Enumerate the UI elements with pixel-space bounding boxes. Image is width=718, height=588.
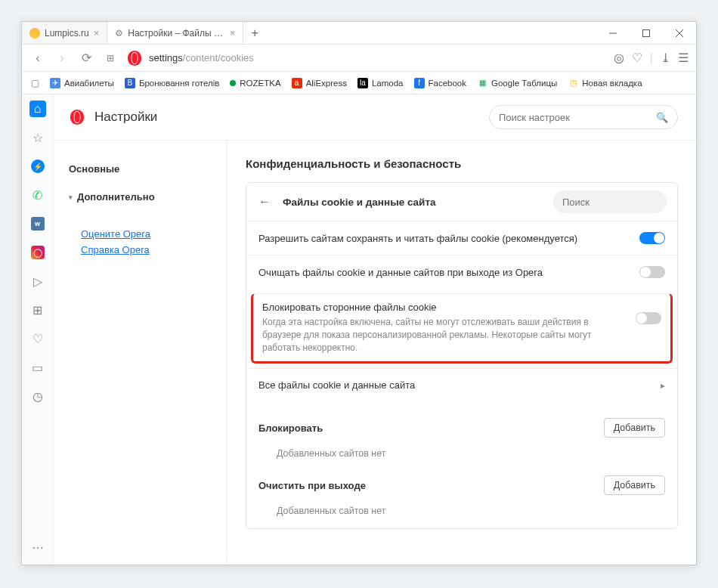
settings-main: Конфиденциальность и безопасность ← Файл… bbox=[227, 141, 696, 565]
nav-advanced[interactable]: Дополнительно bbox=[69, 187, 212, 207]
star-icon[interactable]: ☆ bbox=[29, 129, 46, 146]
titlebar: Lumpics.ru × ⚙ Настройки – Файлы cookie … bbox=[22, 22, 696, 45]
content-area: ⌂ ☆ ⚡ ✆ w ◯ ▷ ⊞ ♡ ▭ ◷ ⋯ Настройки 🔍 bbox=[22, 94, 696, 565]
close-window-button[interactable] bbox=[663, 22, 696, 44]
svg-point-6 bbox=[132, 52, 137, 63]
clear-section: Очистить при выходе Добавить Добавленных… bbox=[246, 475, 677, 528]
clear-title: Очистить при выходе bbox=[258, 480, 366, 491]
browser-tab[interactable]: Lumpics.ru × bbox=[22, 22, 107, 44]
row-label: Блокировать сторонние файлы cookie bbox=[262, 302, 627, 313]
nav-rate-link[interactable]: Оцените Opera bbox=[81, 228, 212, 240]
clear-empty-text: Добавленных сайтов нет bbox=[258, 495, 665, 516]
toggle-allow-cookies[interactable] bbox=[639, 232, 665, 244]
bookmark-label: Новая вкладка bbox=[582, 79, 642, 88]
nav-help-link[interactable]: Справка Opera bbox=[81, 244, 212, 255]
close-icon[interactable]: × bbox=[94, 27, 100, 39]
speed-dial-button[interactable]: ⊞ bbox=[102, 50, 119, 67]
tab-strip: Lumpics.ru × ⚙ Настройки – Файлы cookie … bbox=[22, 22, 596, 44]
search-icon: 🔍 bbox=[695, 197, 696, 208]
section-title: Конфиденциальность и безопасность bbox=[246, 157, 678, 170]
window-controls bbox=[596, 22, 696, 44]
page-title-text: Настройки bbox=[94, 110, 157, 125]
block-empty-text: Добавленных сайтов нет bbox=[258, 438, 665, 459]
history-icon[interactable]: ◷ bbox=[29, 388, 46, 404]
bookmark-item[interactable]: laLamoda bbox=[357, 78, 404, 88]
bookmark-label: Бронювання готелів bbox=[139, 79, 219, 88]
home-icon[interactable]: ⌂ bbox=[29, 101, 46, 117]
row-label: Очищать файлы cookie и данные сайтов при… bbox=[258, 267, 630, 278]
page-title: Настройки bbox=[69, 109, 157, 125]
workspaces-icon[interactable]: ⊞ bbox=[29, 302, 46, 318]
card-search[interactable]: 🔍 bbox=[553, 190, 667, 213]
bookmark-item[interactable]: ▦Google Таблицы bbox=[477, 78, 557, 88]
tab-title: Lumpics.ru bbox=[45, 28, 89, 39]
row-sublabel: Когда эта настройка включена, сайты не м… bbox=[262, 316, 627, 354]
back-arrow-icon[interactable]: ← bbox=[257, 195, 272, 209]
news-icon[interactable]: ▭ bbox=[29, 359, 46, 376]
easy-setup-icon[interactable]: ☰ bbox=[678, 51, 689, 65]
whatsapp-icon[interactable]: ✆ bbox=[29, 187, 46, 203]
bookmarks-folder-icon[interactable]: ▢ bbox=[31, 78, 39, 88]
bookmark-item[interactable]: ROZETKA bbox=[230, 79, 280, 88]
address-bar: ‹ › ⟳ ⊞ settings/content/cookies ◎ ♡ | ⤓… bbox=[22, 45, 696, 72]
toggle-block-third-party[interactable] bbox=[636, 312, 661, 324]
block-section: Блокировать Добавить Добавленных сайтов … bbox=[246, 418, 677, 459]
sidebar: ⌂ ☆ ⚡ ✆ w ◯ ▷ ⊞ ♡ ▭ ◷ ⋯ bbox=[22, 94, 54, 565]
cookies-card: ← Файлы cookie и данные сайта 🔍 Разрешит… bbox=[246, 182, 678, 529]
settings-header: Настройки 🔍 bbox=[54, 94, 696, 140]
setting-row-clear-on-exit: Очищать файлы cookie и данные сайтов при… bbox=[246, 255, 677, 289]
setting-row-allow-cookies: Разрешить сайтам сохранять и читать файл… bbox=[246, 221, 677, 255]
download-icon[interactable]: ⤓ bbox=[661, 51, 670, 65]
messenger-icon[interactable]: ⚡ bbox=[29, 158, 46, 175]
settings-nav: Основные Дополнительно Оцените Opera Спр… bbox=[54, 141, 227, 565]
bookmark-item[interactable]: ✈Авиабилеты bbox=[50, 78, 114, 88]
bookmark-label: AliExpress bbox=[306, 79, 347, 88]
svg-point-9 bbox=[74, 112, 79, 123]
tab-title: Настройки – Файлы cookie bbox=[128, 28, 224, 39]
more-icon[interactable]: ⋯ bbox=[29, 539, 46, 556]
search-icon: 🔍 bbox=[656, 112, 668, 123]
setting-row-all-cookies[interactable]: Все файлы cookie и данные сайта ▸ bbox=[246, 368, 677, 401]
minimize-button[interactable] bbox=[596, 22, 630, 44]
bookmark-item[interactable]: BБронювання готелів bbox=[125, 78, 219, 88]
card-search-input[interactable] bbox=[562, 197, 689, 208]
bookmark-item[interactable]: ◳Новая вкладка bbox=[568, 78, 642, 88]
new-tab-button[interactable]: + bbox=[243, 22, 266, 44]
maximize-button[interactable] bbox=[630, 22, 663, 44]
close-icon[interactable]: × bbox=[230, 27, 236, 39]
browser-window: Lumpics.ru × ⚙ Настройки – Файлы cookie … bbox=[21, 21, 697, 565]
nav-basic[interactable]: Основные bbox=[69, 159, 212, 179]
card-header: ← Файлы cookie и данные сайта 🔍 bbox=[246, 183, 677, 221]
vk-icon[interactable]: w bbox=[29, 215, 46, 232]
settings-search-input[interactable] bbox=[499, 112, 650, 123]
flow-icon[interactable]: ▷ bbox=[29, 273, 46, 289]
snapshot-icon[interactable]: ◎ bbox=[614, 51, 624, 65]
url-segment: /content/cookies bbox=[183, 52, 254, 63]
settings-page: Настройки 🔍 Основные Дополнительно Оцени… bbox=[54, 94, 696, 565]
browser-tab[interactable]: ⚙ Настройки – Файлы cookie × bbox=[107, 22, 243, 44]
bookmark-label: Facebook bbox=[429, 79, 467, 88]
bookmark-item[interactable]: aAliExpress bbox=[292, 78, 347, 88]
instagram-icon[interactable]: ◯ bbox=[29, 244, 46, 261]
settings-search[interactable]: 🔍 bbox=[489, 105, 678, 129]
addressbar-actions: ◎ ♡ | ⤓ ☰ bbox=[614, 51, 689, 65]
row-label: Разрешить сайтам сохранять и читать файл… bbox=[258, 233, 630, 244]
toggle-clear-on-exit[interactable] bbox=[639, 266, 665, 278]
bookmark-label: Авиабилеты bbox=[64, 79, 114, 88]
opera-icon bbox=[126, 50, 143, 67]
add-block-button[interactable]: Добавить bbox=[604, 418, 665, 438]
nav-back-button[interactable]: ‹ bbox=[29, 50, 46, 67]
chevron-right-icon: ▸ bbox=[661, 380, 665, 391]
address-field[interactable]: settings/content/cookies bbox=[126, 50, 606, 67]
nav-forward-button[interactable]: › bbox=[54, 50, 70, 67]
block-title: Блокировать bbox=[258, 422, 323, 434]
bookmark-item[interactable]: fFacebook bbox=[414, 78, 467, 88]
bookmark-label: Google Таблицы bbox=[491, 79, 557, 88]
url-segment: settings bbox=[149, 52, 183, 63]
reload-button[interactable]: ⟳ bbox=[78, 50, 94, 67]
heart-icon[interactable]: ♡ bbox=[632, 51, 642, 65]
add-clear-button[interactable]: Добавить bbox=[604, 475, 665, 495]
favicon bbox=[29, 28, 40, 39]
opera-icon bbox=[69, 109, 85, 125]
heart-icon[interactable]: ♡ bbox=[29, 330, 46, 347]
